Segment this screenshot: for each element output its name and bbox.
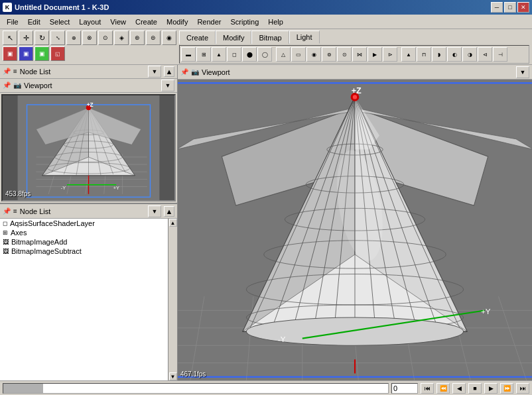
toolbar-left: ↖ ✛ ↻ ⤡ ⊕ ⊗ ⊙ ◈ ⊛ ⊜ ◉ ▣ ▣ ▣ ◱ — [3, 30, 176, 61]
svg-point-75 — [353, 95, 357, 99]
close-button[interactable]: ✕ — [517, 2, 529, 13]
tab-create[interactable]: Create — [179, 30, 216, 44]
title-bar-left: K Untitled Document 1 - K-3D — [3, 3, 109, 12]
prim-icon-18[interactable]: ◐ — [447, 47, 462, 62]
right-viewport-dropdown[interactable]: ▼ — [516, 66, 529, 78]
select-tool-button[interactable]: ↖ — [3, 30, 17, 45]
rotate-tool-button[interactable]: ↻ — [34, 30, 49, 45]
pin-icon: 📌 — [3, 68, 11, 75]
btn-next-keyframe[interactable]: ⏩ — [500, 383, 513, 394]
left-viewport-grid: +Z -Y +Y — [3, 95, 174, 200]
pin-icon-2: 📌 — [3, 207, 11, 215]
svg-text:+Z: +Z — [352, 86, 362, 95]
left-3d-viewport[interactable]: +Z -Y +Y 453.8fps — [1, 94, 176, 201]
left-bottom-section: 📌 ≡ Node List ▼ ▲ ◻ AqsisSurfaceShaderLa… — [0, 204, 177, 380]
btn-prev-keyframe[interactable]: ⏪ — [436, 383, 450, 394]
menu-view[interactable]: View — [106, 17, 130, 27]
prim-icon-2[interactable]: ⊞ — [196, 47, 211, 62]
status-bar: 0 ⏮ ⏪ ◀ ■ ▶ ⏩ ⏭ — [0, 380, 532, 395]
tool-a-button[interactable]: ▣ — [3, 46, 17, 61]
tab-bitmap[interactable]: Bitmap — [251, 30, 289, 44]
left-bottom-scrollbar[interactable]: ▲ ▼ — [168, 219, 177, 380]
menu-render[interactable]: Render — [193, 17, 225, 27]
horizontal-scrollbar[interactable] — [3, 383, 389, 394]
scale-tool-button[interactable]: ⤡ — [50, 30, 65, 45]
prim-icon-11[interactable]: ⊙ — [337, 47, 352, 62]
prim-icon-16[interactable]: ⊓ — [417, 47, 431, 62]
left-top-node-list-dropdown[interactable]: ▼ — [148, 66, 161, 78]
prim-icon-14[interactable]: ⊳ — [383, 47, 397, 62]
node-item-axes2[interactable]: ⊞ Axes — [0, 228, 177, 237]
btn-prev-frame[interactable]: ◀ — [452, 383, 466, 394]
prim-icon-6[interactable]: ◯ — [257, 47, 272, 62]
scroll-up-arrow2[interactable]: ▲ — [169, 219, 177, 227]
left-bottom-node-list-header: 📌 ≡ Node List ▼ ▲ — [0, 204, 177, 219]
btn-stop[interactable]: ■ — [468, 383, 482, 394]
right-3d-viewport[interactable]: +Z -Y +Y 467.1fps — [178, 80, 532, 380]
prim-icon-5[interactable]: ⬤ — [242, 47, 257, 62]
prim-icon-12[interactable]: ⋈ — [352, 47, 367, 62]
prim-icon-1[interactable]: ▬ — [181, 47, 196, 62]
btn-play[interactable]: ▶ — [484, 383, 498, 394]
menu-layout[interactable]: Layout — [75, 17, 105, 27]
prim-icon-20[interactable]: ⊲ — [478, 47, 492, 62]
tab-modify[interactable]: Modify — [216, 30, 251, 44]
bitmap3-icon: 🖼 — [3, 248, 9, 254]
prim-icon-19[interactable]: ◑ — [462, 47, 477, 62]
node-item-bitmap-add2[interactable]: 🖼 BitmapImageAdd — [0, 237, 177, 247]
shader-label: AqsisSurfaceShaderLayer — [10, 219, 95, 227]
prim-sep2 — [398, 47, 401, 62]
axes2-icon: ⊞ — [3, 229, 8, 236]
prim-icon-4[interactable]: ◻ — [227, 47, 241, 62]
axes2-label: Axes — [11, 229, 27, 237]
move-tool-button[interactable]: ✛ — [19, 30, 33, 45]
left-viewport-dropdown[interactable]: ▼ — [161, 80, 174, 91]
tool11-button[interactable]: ◉ — [162, 30, 176, 45]
frame-input[interactable]: 0 — [391, 383, 418, 394]
menu-select[interactable]: Select — [46, 17, 74, 27]
app-icon: K — [3, 3, 12, 12]
menu-create[interactable]: Create — [131, 17, 161, 27]
tool-c-button[interactable]: ▣ — [34, 46, 49, 61]
btn-last-frame[interactable]: ⏭ — [516, 383, 529, 394]
tool9-button[interactable]: ⊛ — [130, 30, 145, 45]
tool8-button[interactable]: ◈ — [114, 30, 129, 45]
node-item-shader[interactable]: ◻ AqsisSurfaceShaderLayer — [0, 219, 177, 228]
prim-icon-17[interactable]: ◗ — [432, 47, 446, 62]
prim-icon-3[interactable]: ▲ — [212, 47, 226, 62]
tool10-button[interactable]: ⊜ — [146, 30, 161, 45]
title-bar-buttons[interactable]: ─ □ ✕ — [491, 2, 529, 13]
prim-icon-13[interactable]: ▶ — [367, 47, 382, 62]
menu-help[interactable]: Help — [264, 17, 287, 27]
prim-icon-8[interactable]: ▭ — [291, 47, 306, 62]
node-item-bitmap-subtract[interactable]: 🖼 BitmapImageSubtract — [0, 247, 177, 256]
btn-first-frame[interactable]: ⏮ — [421, 383, 434, 394]
tool-d-button[interactable]: ◱ — [50, 46, 65, 61]
shader-icon: ◻ — [3, 220, 7, 227]
prim-icon-15[interactable]: ▲ — [401, 47, 416, 62]
scroll-down-arrow2[interactable]: ▼ — [169, 372, 177, 380]
left-top-scroll-up[interactable]: ▲ — [164, 66, 174, 77]
left-bottom-scroll-up[interactable]: ▲ — [164, 206, 174, 217]
minimize-button[interactable]: ─ — [491, 2, 503, 13]
tool-b-button[interactable]: ▣ — [19, 46, 33, 61]
toolbar-row-2: ▣ ▣ ▣ ◱ — [3, 46, 176, 61]
left-viewport-camera-icon: 📷 — [13, 82, 21, 89]
prim-icon-9[interactable]: ◉ — [306, 47, 321, 62]
menu-file[interactable]: File — [3, 17, 23, 27]
menu-bar: File Edit Select Layout View Create Modi… — [0, 15, 532, 29]
prim-icon-10[interactable]: ⊚ — [322, 47, 336, 62]
tool6-button[interactable]: ⊗ — [82, 30, 97, 45]
prim-icon-7[interactable]: △ — [276, 47, 291, 62]
menu-edit[interactable]: Edit — [24, 17, 44, 27]
menu-scripting[interactable]: Scripting — [226, 17, 263, 27]
left-bottom-node-list-title: Node List — [20, 207, 50, 215]
tool5-button[interactable]: ⊕ — [66, 30, 81, 45]
tool7-button[interactable]: ⊙ — [98, 30, 113, 45]
menu-modify[interactable]: Modify — [163, 17, 192, 27]
left-bottom-node-list-dropdown[interactable]: ▼ — [148, 205, 161, 217]
right-fps-label: 467.1fps — [180, 370, 206, 378]
maximize-button[interactable]: □ — [504, 2, 516, 13]
tab-light[interactable]: Light — [289, 30, 320, 44]
prim-icon-21[interactable]: ⊣ — [493, 47, 507, 62]
